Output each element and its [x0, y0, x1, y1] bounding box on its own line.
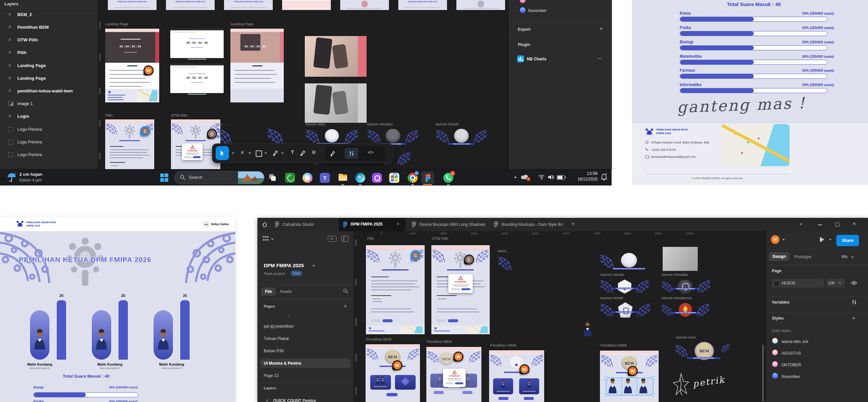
layer-row[interactable]: Logo Pemira [0, 149, 97, 162]
color-style-swatch[interactable] [772, 373, 778, 379]
footer-map[interactable] [721, 124, 789, 166]
tab-dpm-fmipa-active[interactable]: DPM FMIPA 2025 [339, 218, 406, 231]
file-name[interactable]: DPM FMIPA 2025 [264, 263, 304, 268]
footer-email[interactable]: pemiurayafmipaunud@gmail.com [651, 155, 696, 159]
frame-label-himaif[interactable]: banner-himaif [436, 122, 458, 126]
frame-label-bann[interactable]: bann... [498, 249, 509, 253]
color-style-label[interactable]: AGUSTUS [781, 351, 801, 356]
color-style-label[interactable]: warna teks Juli [781, 339, 808, 344]
footer-phone[interactable]: +6182-345-678-90 [651, 148, 676, 152]
user-name[interactable]: Widya Sabha [211, 223, 229, 226]
main-menu-icon[interactable] [263, 236, 269, 241]
window-restore-button[interactable] [835, 223, 839, 227]
color-style-swatch[interactable] [772, 338, 778, 344]
tab-device-mockups[interactable]: Device Mockups With Long Shadows [408, 218, 488, 231]
layer-row[interactable]: #Pilih [0, 47, 97, 60]
zoom-level[interactable]: 9% [842, 255, 847, 259]
design-canvas[interactable]: 0 1000 2000 3000 4000 5000 6000 7000 800… [353, 231, 767, 402]
color-style-label[interactable]: OKTOBER [781, 363, 801, 367]
canvas-frame-partial[interactable] [340, 0, 389, 10]
battery-icon[interactable] [557, 175, 565, 180]
attention-modal[interactable]: ATTENTION! [448, 274, 473, 293]
browser-screenshot-2[interactable]: 28 : 54 : 43 : 43 [170, 63, 224, 95]
landing-page-frame-1[interactable]: 24 : 24 : 24 : 24 [105, 29, 159, 102]
frame-label-pilih[interactable]: Pilih [367, 237, 374, 240]
frame-label-himatika[interactable]: banner-himatika [662, 273, 688, 276]
search-icon[interactable] [343, 289, 348, 294]
canvas-frame-partial[interactable] [282, 0, 331, 10]
page-item[interactable]: ppt lpj pelantikan [264, 324, 294, 329]
chevron-down-icon[interactable] [281, 153, 284, 156]
chevron-down-icon[interactable] [312, 265, 315, 268]
color-style-label[interactable]: November [781, 374, 800, 379]
new-tab-button[interactable] [571, 221, 575, 227]
move-tool-button[interactable] [216, 146, 229, 160]
present-play-icon[interactable] [820, 237, 824, 242]
tab-cathakala[interactable]: CathaKala Studio [271, 218, 339, 231]
layer-row[interactable]: #Landing Page [0, 73, 97, 86]
plugin-item-label[interactable]: NB Charts [527, 57, 547, 61]
text-tool-button[interactable]: T [288, 149, 297, 155]
page-item[interactable]: Bahan P3K [264, 348, 284, 353]
attention-modal[interactable]: ATTENTION! [182, 143, 203, 160]
frame-label-landing-2[interactable]: Landing Page [231, 22, 253, 26]
pemilihan-hima-frame-1[interactable] [489, 350, 544, 402]
chevron-down-icon[interactable] [851, 257, 854, 260]
layer-item[interactable]: QUICK COUNT Pemira [273, 398, 316, 402]
task-view-icon[interactable] [268, 173, 278, 183]
chrome-icon[interactable] [408, 173, 417, 183]
modal-cancel-button[interactable] [445, 382, 454, 384]
browser-screenshot-1[interactable]: 28 : 54 : 44 : 36 [170, 28, 224, 60]
tab-design[interactable]: Design [769, 252, 789, 261]
shape-tool-button[interactable] [256, 150, 262, 157]
opacity-value[interactable]: 100 [828, 281, 835, 285]
tab-branding-mockups[interactable]: Branding Mockups - Dark Style Brand [490, 218, 563, 231]
frame-label-ban[interactable]: ban.... [216, 122, 226, 126]
tray-expand-icon[interactable] [514, 176, 517, 178]
layer-row[interactable]: #pemilihan-ketua-wakil-bem [0, 86, 97, 98]
share-button[interactable]: Share [836, 235, 859, 246]
page-item[interactable]: - [288, 313, 290, 318]
frame-label-landing-1[interactable]: Landing Page [105, 22, 128, 26]
color-style-swatch[interactable] [520, 0, 525, 3]
attention-modal[interactable]: ATTENTION! [443, 369, 466, 387]
copilot-icon[interactable] [303, 173, 312, 183]
page-color-field[interactable]: 1E1E1E [772, 279, 824, 288]
frame-label-phima2[interactable]: Pemilihan HIMA [600, 343, 627, 347]
landing-page-frame-2[interactable]: 24 : 24 : 24 : 24 [230, 29, 284, 102]
tab-file[interactable]: File [261, 288, 276, 296]
home-icon[interactable] [262, 222, 268, 228]
frame-label-otw[interactable]: OTW Pilih [432, 237, 448, 240]
banner-photo-gray[interactable] [663, 247, 698, 271]
chevron-down-icon[interactable] [782, 239, 785, 242]
clock-date[interactable]: 18/12/2025 [567, 177, 597, 181]
layer-row[interactable]: #BEM_2 [0, 9, 97, 22]
frame-label-himabio[interactable]: banner-himabio [367, 122, 393, 126]
variables-section-title[interactable]: Variables [772, 300, 789, 305]
pen-tool-button[interactable] [272, 150, 278, 156]
frame-label-banner-atas[interactable]: banner atas [306, 122, 325, 126]
plugin-remove-button[interactable] [597, 56, 601, 61]
canvas-frame-partial[interactable]: PEMILIHAN UMUM RAYA FMIPA 2025 [398, 0, 447, 10]
chevron-down-icon[interactable] [265, 153, 267, 156]
layer-row[interactable]: #OTW Pilih [0, 35, 97, 47]
modal-cancel-button[interactable] [451, 288, 460, 290]
color-swatch[interactable] [774, 281, 779, 286]
layer-row[interactable]: #Login [0, 111, 97, 124]
pemilihan-bem-frame-1[interactable]: BEM [366, 344, 420, 402]
chevron-down-icon[interactable] [829, 239, 832, 242]
draw-annotate-button[interactable] [330, 150, 336, 156]
layers-section-title[interactable]: Layers [264, 386, 276, 390]
rename-shortcut-icon[interactable]: A? [328, 236, 337, 242]
person-cutout-image[interactable] [583, 320, 593, 338]
layer-row[interactable]: #Pemilihan BEM [0, 22, 97, 35]
styles-section-title[interactable]: Styles [772, 316, 783, 321]
pages-section-title[interactable]: Pages [264, 304, 275, 308]
search-box[interactable]: Search [174, 171, 265, 184]
canvas-frame-partial[interactable] [456, 0, 505, 10]
clock-time[interactable]: 13:56 [567, 171, 597, 176]
frame-tool-button[interactable]: # [238, 150, 246, 155]
banner-atas-photo[interactable] [305, 36, 367, 77]
window-minimize-button[interactable] [818, 225, 822, 225]
frame-label-himaki[interactable]: banner-himaki [600, 273, 624, 276]
